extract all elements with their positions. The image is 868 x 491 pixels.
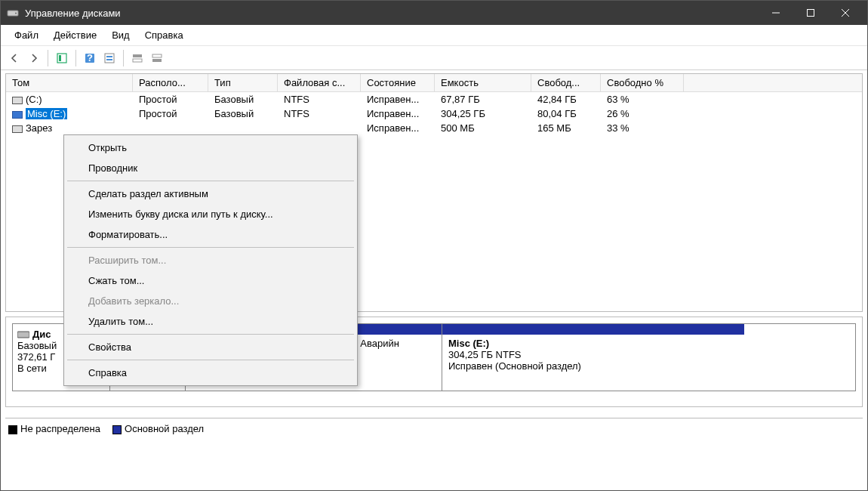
context-menu-item: Добавить зеркало...: [66, 291, 356, 311]
menu-separator: [67, 334, 354, 335]
svg-text:?: ?: [87, 52, 93, 63]
context-menu-item[interactable]: Проводник: [66, 158, 356, 178]
disk-icon: [17, 330, 29, 339]
minimize-button[interactable]: [759, 1, 793, 25]
menu-view[interactable]: Вид: [104, 26, 137, 44]
menu-file[interactable]: Файл: [7, 26, 46, 44]
volume-fs: NTFS: [278, 92, 361, 107]
col-free[interactable]: Свобод...: [531, 74, 601, 91]
volume-capacity: 304,25 ГБ: [435, 107, 531, 121]
col-capacity[interactable]: Емкость: [435, 74, 531, 91]
svg-rect-16: [152, 59, 162, 62]
context-menu: ОткрытьПроводникСделать раздел активнымИ…: [63, 134, 358, 386]
view-bottom-button[interactable]: [148, 49, 166, 67]
maximize-button[interactable]: [793, 1, 828, 25]
svg-rect-17: [17, 332, 29, 338]
settings-button[interactable]: [100, 49, 119, 67]
menu-action[interactable]: Действие: [46, 26, 104, 44]
window-title: Управление дисками: [25, 8, 759, 19]
volume-free: 165 МБ: [531, 121, 601, 135]
forward-button[interactable]: [25, 49, 43, 67]
col-freepct[interactable]: Свободно %: [601, 74, 684, 91]
volume-freepct: 33 %: [601, 121, 684, 135]
volume-free: 42,84 ГБ: [531, 92, 601, 107]
close-button[interactable]: [828, 1, 863, 25]
title-bar: Управление дисками: [1, 1, 867, 25]
svg-rect-3: [808, 10, 814, 17]
disk-name: Дис: [32, 329, 51, 340]
context-menu-item[interactable]: Форматировать...: [66, 224, 356, 245]
partition-status: Исправен (Основной раздел): [448, 360, 738, 372]
volume-row[interactable]: ЗарезИсправен...500 МБ165 МБ33 %: [6, 121, 862, 135]
svg-rect-7: [59, 55, 61, 61]
svg-rect-6: [57, 54, 66, 63]
swatch-black-icon: [8, 425, 17, 434]
volume-name: (C:): [26, 94, 42, 105]
help-button[interactable]: ?: [81, 49, 99, 67]
volume-layout: [133, 121, 208, 135]
volume-type: Базовый: [208, 107, 278, 121]
volume-free: 80,04 ГБ: [531, 107, 601, 121]
svg-rect-13: [133, 54, 142, 57]
volume-type: [208, 121, 278, 135]
separator: [75, 50, 76, 66]
separator: [123, 50, 124, 66]
menu-help[interactable]: Справка: [137, 26, 191, 44]
svg-rect-12: [106, 59, 112, 60]
context-menu-item: Расширить том...: [66, 250, 356, 270]
volume-status: Исправен...: [361, 121, 435, 135]
separator: [48, 50, 48, 66]
volume-layout: Простой: [133, 92, 208, 107]
drive-icon: [12, 97, 23, 104]
context-menu-item[interactable]: Открыть: [66, 137, 356, 158]
col-status[interactable]: Состояние: [361, 74, 435, 91]
menu-separator: [67, 360, 354, 360]
context-menu-item[interactable]: Сделать раздел активным: [66, 184, 356, 204]
volume-status: Исправен...: [361, 92, 435, 107]
svg-rect-15: [152, 54, 162, 57]
legend: Не распределена Основной раздел: [5, 418, 863, 439]
volume-status: Исправен...: [361, 107, 435, 121]
col-type[interactable]: Тип: [208, 74, 278, 91]
back-button[interactable]: [5, 49, 23, 67]
volume-type: Базовый: [208, 92, 278, 107]
volume-freepct: 26 %: [601, 107, 684, 121]
partition-stripe: [442, 324, 744, 335]
volume-row[interactable]: (C:)ПростойБазовыйNTFSИсправен...67,87 Г…: [6, 92, 862, 107]
volume-capacity: 67,87 ГБ: [435, 92, 531, 107]
volume-name: Misc (E:): [26, 108, 67, 119]
context-menu-item[interactable]: Свойства: [66, 337, 356, 357]
table-header: Том Располо... Тип Файловая с... Состоян…: [6, 74, 862, 92]
view-top-button[interactable]: [128, 49, 146, 67]
volume-row[interactable]: Misc (E:)ПростойБазовыйNTFSИсправен...30…: [6, 107, 862, 121]
volume-name: Зарез: [26, 122, 52, 134]
context-menu-item[interactable]: Изменить букву диска или путь к диску...: [66, 204, 356, 224]
svg-rect-11: [106, 56, 112, 57]
swatch-blue-icon: [112, 425, 122, 434]
col-layout[interactable]: Располо...: [133, 74, 208, 91]
partition-name: Misc (E:): [448, 338, 738, 349]
volume-layout: Простой: [133, 107, 208, 121]
svg-rect-14: [133, 59, 142, 62]
partition-size: 304,25 ГБ NTFS: [448, 349, 738, 360]
context-menu-item[interactable]: Сжать том...: [66, 270, 356, 291]
menu-bar: Файл Действие Вид Справка: [1, 25, 867, 46]
volume-freepct: 63 %: [601, 92, 684, 107]
drive-icon: [12, 111, 23, 119]
app-icon: [7, 7, 19, 19]
volume-capacity: 500 МБ: [435, 121, 531, 135]
volume-fs: [278, 121, 361, 135]
menu-separator: [67, 247, 354, 248]
volume-fs: NTFS: [278, 107, 361, 121]
col-fs[interactable]: Файловая с...: [278, 74, 361, 91]
context-menu-item[interactable]: Справка: [66, 363, 356, 383]
refresh-button[interactable]: [53, 49, 71, 67]
svg-rect-10: [105, 54, 114, 63]
context-menu-item[interactable]: Удалить том...: [66, 311, 356, 332]
col-volume[interactable]: Том: [6, 74, 133, 91]
drive-icon: [12, 125, 23, 133]
toolbar: ?: [1, 46, 867, 70]
legend-primary: Основной раздел: [112, 423, 204, 434]
partition[interactable]: Misc (E:)304,25 ГБ NTFSИсправен (Основно…: [442, 324, 744, 391]
legend-unallocated: Не распределена: [8, 423, 100, 434]
